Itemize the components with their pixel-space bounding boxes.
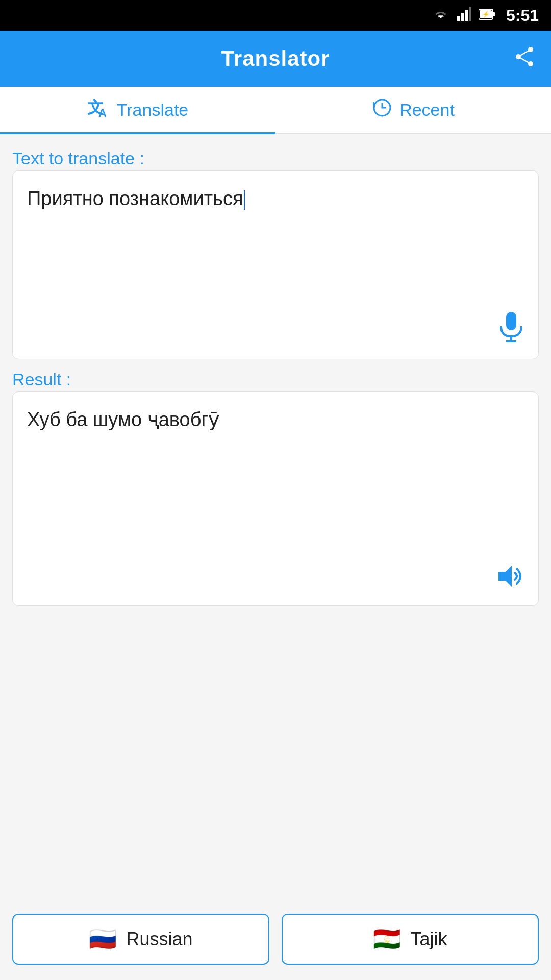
status-bar: ⚡ 5:51 <box>0 0 551 31</box>
history-icon <box>372 97 392 122</box>
app-bar: Translator <box>0 31 551 87</box>
russian-flag-icon: 🇷🇺 <box>89 926 117 952</box>
input-text-field[interactable]: Приятно познакомиться <box>27 185 524 304</box>
input-box[interactable]: Приятно познакомиться <box>12 170 539 359</box>
status-time: 5:51 <box>506 6 539 25</box>
tab-recent-label: Recent <box>399 100 455 120</box>
tab-translate-label: Translate <box>117 100 188 120</box>
language-row: 🇷🇺 Russian 🇹🇯 Tajik <box>0 905 551 980</box>
tab-recent[interactable]: Recent <box>276 87 551 133</box>
svg-text:A: A <box>98 107 107 118</box>
tab-translate[interactable]: 文 A Translate <box>0 87 276 133</box>
text-cursor <box>244 190 245 210</box>
result-section: Result : Хуб ба шумо ҷавобгӯ <box>12 370 539 606</box>
svg-rect-2 <box>465 10 468 21</box>
mic-button[interactable] <box>498 312 524 349</box>
translate-icon: 文 A <box>87 97 110 122</box>
wifi-icon <box>432 7 450 23</box>
svg-rect-3 <box>469 7 471 21</box>
input-section: Text to translate : Приятно познакомитьс… <box>12 149 539 359</box>
signal-icon <box>457 7 471 23</box>
result-section-label: Result : <box>12 370 539 389</box>
tajik-flag-icon: 🇹🇯 <box>373 926 401 952</box>
svg-line-12 <box>518 57 531 64</box>
source-language-label: Russian <box>126 928 192 950</box>
svg-rect-1 <box>461 13 464 21</box>
app-title: Translator <box>221 46 330 71</box>
svg-rect-17 <box>506 312 516 330</box>
svg-rect-5 <box>493 12 495 16</box>
result-box: Хуб ба шумо ҷавобгӯ <box>12 391 539 606</box>
battery-icon: ⚡ <box>479 7 495 23</box>
svg-marker-20 <box>498 566 512 587</box>
input-text-value: Приятно познакомиться <box>27 188 243 209</box>
svg-line-11 <box>518 50 531 57</box>
svg-rect-0 <box>457 16 460 21</box>
main-content: Text to translate : Приятно познакомитьс… <box>0 134 551 905</box>
target-language-label: Tajik <box>410 928 447 950</box>
input-section-label: Text to translate : <box>12 149 539 168</box>
tab-bar: 文 A Translate Recent <box>0 87 551 134</box>
source-language-button[interactable]: 🇷🇺 Russian <box>12 914 269 965</box>
svg-text:⚡: ⚡ <box>482 10 489 18</box>
result-text-value: Хуб ба шумо ҷавобгӯ <box>27 406 524 555</box>
speaker-button[interactable] <box>496 564 524 595</box>
share-button[interactable] <box>513 45 536 72</box>
target-language-button[interactable]: 🇹🇯 Tajik <box>282 914 539 965</box>
